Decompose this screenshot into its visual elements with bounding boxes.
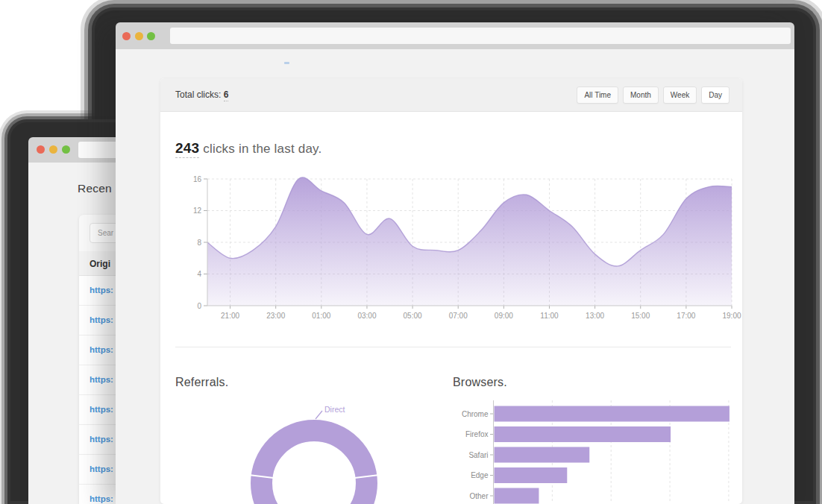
svg-text:8: 8 xyxy=(197,239,201,247)
page-logo-mark xyxy=(284,62,289,64)
back-close-button[interactable] xyxy=(37,145,45,154)
original-url-link[interactable]: https: xyxy=(90,286,113,294)
svg-text:17:00: 17:00 xyxy=(677,312,695,320)
svg-text:12: 12 xyxy=(193,207,202,215)
svg-text:15:00: 15:00 xyxy=(631,312,650,320)
original-url-link[interactable]: https: xyxy=(90,494,113,503)
svg-text:21:00: 21:00 xyxy=(221,312,239,320)
svg-text:Chrome: Chrome xyxy=(462,410,489,418)
front-browser-titlebar xyxy=(116,22,794,49)
section-divider xyxy=(175,347,731,347)
browsers-bar-chart: ChromeFirefoxSafariEdgeOther xyxy=(453,399,740,504)
front-browser-window: Total clicks: 6 All TimeMonthWeekDay 243… xyxy=(116,22,794,504)
svg-text:0: 0 xyxy=(197,302,201,310)
time-range-buttons: All TimeMonthWeekDay xyxy=(577,86,730,104)
svg-text:Direct: Direct xyxy=(324,405,345,414)
total-clicks-label: Total clicks: 6 xyxy=(175,89,228,100)
original-url-link[interactable]: https: xyxy=(90,375,113,384)
front-close-button[interactable] xyxy=(122,32,131,40)
svg-text:4: 4 xyxy=(197,270,201,278)
back-zoom-button[interactable] xyxy=(62,145,70,154)
original-url-link[interactable]: https: xyxy=(90,435,113,444)
recent-links-heading: Recen xyxy=(78,182,112,195)
referrals-title: Referrals. xyxy=(175,376,228,389)
analytics-card-header: Total clicks: 6 All TimeMonthWeekDay xyxy=(160,78,742,112)
svg-text:07:00: 07:00 xyxy=(449,312,468,320)
svg-text:01:00: 01:00 xyxy=(312,312,330,320)
analytics-page: Total clicks: 6 All TimeMonthWeekDay 243… xyxy=(116,49,794,504)
svg-text:03:00: 03:00 xyxy=(357,312,376,320)
column-header-original: Origi xyxy=(90,259,110,269)
svg-text:05:00: 05:00 xyxy=(404,312,422,320)
svg-text:Other: Other xyxy=(469,492,489,500)
front-minimize-button[interactable] xyxy=(135,32,143,40)
front-zoom-button[interactable] xyxy=(147,32,155,40)
svg-text:09:00: 09:00 xyxy=(495,312,513,320)
clicks-area-chart: 048121621:0023:0001:0003:0005:0007:0009:… xyxy=(160,171,742,324)
hero-illustration: Recen Origi https:https:https:https:http… xyxy=(0,0,822,504)
svg-text:16: 16 xyxy=(193,175,202,183)
back-minimize-button[interactable] xyxy=(49,145,57,154)
original-url-link[interactable]: https: xyxy=(90,345,113,354)
browsers-title: Browsers. xyxy=(453,376,507,389)
svg-text:13:00: 13:00 xyxy=(586,312,604,320)
range-button-week[interactable]: Week xyxy=(663,86,697,104)
svg-text:11:00: 11:00 xyxy=(540,312,559,320)
svg-text:23:00: 23:00 xyxy=(266,312,285,320)
original-url-link[interactable]: https: xyxy=(90,405,113,414)
range-button-all-time[interactable]: All Time xyxy=(577,86,618,104)
range-button-month[interactable]: Month xyxy=(623,86,659,104)
referrals-donut-chart: Direct xyxy=(239,399,404,504)
total-clicks-value: 6 xyxy=(224,89,229,101)
clicks-headline: 243 clicks in the last day. xyxy=(175,140,321,157)
svg-text:Firefox: Firefox xyxy=(465,430,489,438)
analytics-card: Total clicks: 6 All TimeMonthWeekDay 243… xyxy=(160,78,742,504)
svg-text:19:00: 19:00 xyxy=(722,312,741,320)
clicks-count: 243 xyxy=(175,140,199,158)
original-url-link[interactable]: https: xyxy=(90,464,113,473)
range-button-day[interactable]: Day xyxy=(701,86,730,104)
front-url-bar[interactable] xyxy=(170,28,791,44)
svg-text:Safari: Safari xyxy=(468,451,488,459)
svg-text:Edge: Edge xyxy=(471,471,489,479)
original-url-link[interactable]: https: xyxy=(90,315,113,324)
